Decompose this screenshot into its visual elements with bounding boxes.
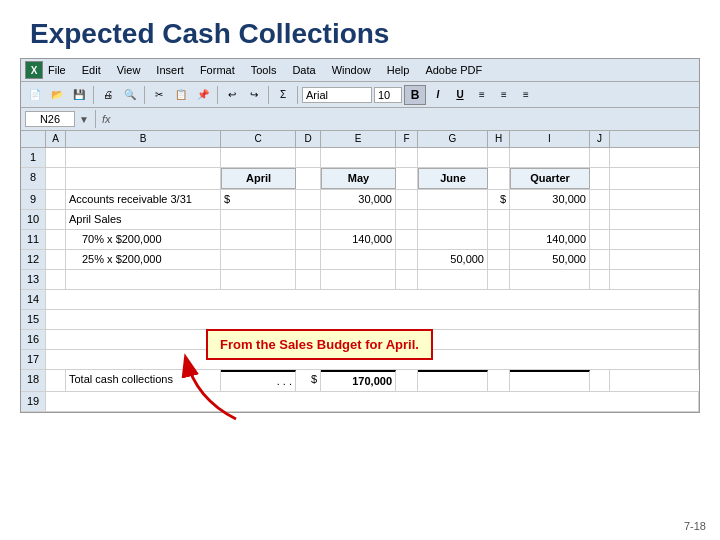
- new-button[interactable]: 📄: [25, 85, 45, 105]
- cell-10i[interactable]: [510, 210, 590, 229]
- cell-8h[interactable]: [488, 168, 510, 189]
- cut-button[interactable]: ✂: [149, 85, 169, 105]
- cell-9e-val[interactable]: 30,000: [321, 190, 396, 209]
- underline-button[interactable]: U: [450, 85, 470, 105]
- cell-10e[interactable]: [321, 210, 396, 229]
- cell-9b-ar[interactable]: Accounts receivable 3/31: [66, 190, 221, 209]
- cell-12g-val[interactable]: 50,000: [418, 250, 488, 269]
- paste-button[interactable]: 📌: [193, 85, 213, 105]
- cell-12d[interactable]: [296, 250, 321, 269]
- cell-1g[interactable]: [418, 148, 488, 167]
- cell-10a[interactable]: [46, 210, 66, 229]
- cell-11g[interactable]: [418, 230, 488, 249]
- cell-18d-dollar[interactable]: $: [296, 370, 321, 391]
- cell-18h[interactable]: [488, 370, 510, 391]
- cell-1j[interactable]: [590, 148, 610, 167]
- sigma-button[interactable]: Σ: [273, 85, 293, 105]
- cell-12f[interactable]: [396, 250, 418, 269]
- cell-10g[interactable]: [418, 210, 488, 229]
- redo-button[interactable]: ↪: [244, 85, 264, 105]
- cell-1b[interactable]: [66, 148, 221, 167]
- cell-1f[interactable]: [396, 148, 418, 167]
- menu-window[interactable]: Window: [329, 63, 374, 77]
- cell-13h[interactable]: [488, 270, 510, 289]
- cell-11b-label[interactable]: 70% x $200,000: [66, 230, 221, 249]
- cell-9f[interactable]: [396, 190, 418, 209]
- align-center-button[interactable]: ≡: [494, 85, 514, 105]
- cell-13f[interactable]: [396, 270, 418, 289]
- cell-13g[interactable]: [418, 270, 488, 289]
- cell-14-rest[interactable]: [46, 290, 699, 309]
- cell-9g[interactable]: [418, 190, 488, 209]
- menu-insert[interactable]: Insert: [153, 63, 187, 77]
- cell-12b-label[interactable]: 25% x $200,000: [66, 250, 221, 269]
- cell-11i-val[interactable]: 140,000: [510, 230, 590, 249]
- copy-button[interactable]: 📋: [171, 85, 191, 105]
- cell-19-rest[interactable]: [46, 392, 699, 411]
- cell-1e[interactable]: [321, 148, 396, 167]
- cell-18g-ul[interactable]: [418, 370, 488, 391]
- cell-10c[interactable]: [221, 210, 296, 229]
- menu-format[interactable]: Format: [197, 63, 238, 77]
- cell-8a[interactable]: [46, 168, 66, 189]
- font-size-selector[interactable]: [374, 87, 402, 103]
- cell-10f[interactable]: [396, 210, 418, 229]
- save-button[interactable]: 💾: [69, 85, 89, 105]
- cell-18e-val[interactable]: 170,000: [321, 370, 396, 391]
- open-button[interactable]: 📂: [47, 85, 67, 105]
- italic-button[interactable]: I: [428, 85, 448, 105]
- align-right-button[interactable]: ≡: [516, 85, 536, 105]
- cell-9j[interactable]: [590, 190, 610, 209]
- cell-8b[interactable]: [66, 168, 221, 189]
- cell-12h[interactable]: [488, 250, 510, 269]
- cell-11f[interactable]: [396, 230, 418, 249]
- cell-12j[interactable]: [590, 250, 610, 269]
- cell-11j[interactable]: [590, 230, 610, 249]
- cell-10d[interactable]: [296, 210, 321, 229]
- menu-view[interactable]: View: [114, 63, 144, 77]
- menu-data[interactable]: Data: [289, 63, 318, 77]
- cell-1c[interactable]: [221, 148, 296, 167]
- cell-8d[interactable]: [296, 168, 321, 189]
- cell-10h[interactable]: [488, 210, 510, 229]
- cell-18f[interactable]: [396, 370, 418, 391]
- cell-10j[interactable]: [590, 210, 610, 229]
- menu-file[interactable]: File: [45, 63, 69, 77]
- cell-15-rest[interactable]: [46, 310, 699, 329]
- cell-10b-label[interactable]: April Sales: [66, 210, 221, 229]
- cell-12a[interactable]: [46, 250, 66, 269]
- cell-8f[interactable]: [396, 168, 418, 189]
- cell-13c[interactable]: [221, 270, 296, 289]
- cell-1a[interactable]: [46, 148, 66, 167]
- cell-13j[interactable]: [590, 270, 610, 289]
- cell-18j[interactable]: [590, 370, 610, 391]
- cell-11h[interactable]: [488, 230, 510, 249]
- cell-13d[interactable]: [296, 270, 321, 289]
- print-button[interactable]: 🖨: [98, 85, 118, 105]
- cell-11d[interactable]: [296, 230, 321, 249]
- bold-button[interactable]: B: [404, 85, 426, 105]
- cell-8j[interactable]: [590, 168, 610, 189]
- cell-1h[interactable]: [488, 148, 510, 167]
- cell-13e[interactable]: [321, 270, 396, 289]
- cell-8c-april[interactable]: April: [221, 168, 296, 189]
- cell-8i-quarter[interactable]: Quarter: [510, 168, 590, 189]
- cell-9h-dollar[interactable]: $: [488, 190, 510, 209]
- menu-adobe[interactable]: Adobe PDF: [422, 63, 485, 77]
- align-left-button[interactable]: ≡: [472, 85, 492, 105]
- cell-11a[interactable]: [46, 230, 66, 249]
- cell-13a[interactable]: [46, 270, 66, 289]
- undo-button[interactable]: ↩: [222, 85, 242, 105]
- cell-9i-val[interactable]: 30,000: [510, 190, 590, 209]
- cell-18i-ul[interactable]: [510, 370, 590, 391]
- cell-9d[interactable]: [296, 190, 321, 209]
- cell-12i-val[interactable]: 50,000: [510, 250, 590, 269]
- menu-help[interactable]: Help: [384, 63, 413, 77]
- font-selector[interactable]: [302, 87, 372, 103]
- cell-18a[interactable]: [46, 370, 66, 391]
- cell-11c[interactable]: [221, 230, 296, 249]
- cell-12e[interactable]: [321, 250, 396, 269]
- name-box[interactable]: [25, 111, 75, 127]
- menu-tools[interactable]: Tools: [248, 63, 280, 77]
- cell-11e-val[interactable]: 140,000: [321, 230, 396, 249]
